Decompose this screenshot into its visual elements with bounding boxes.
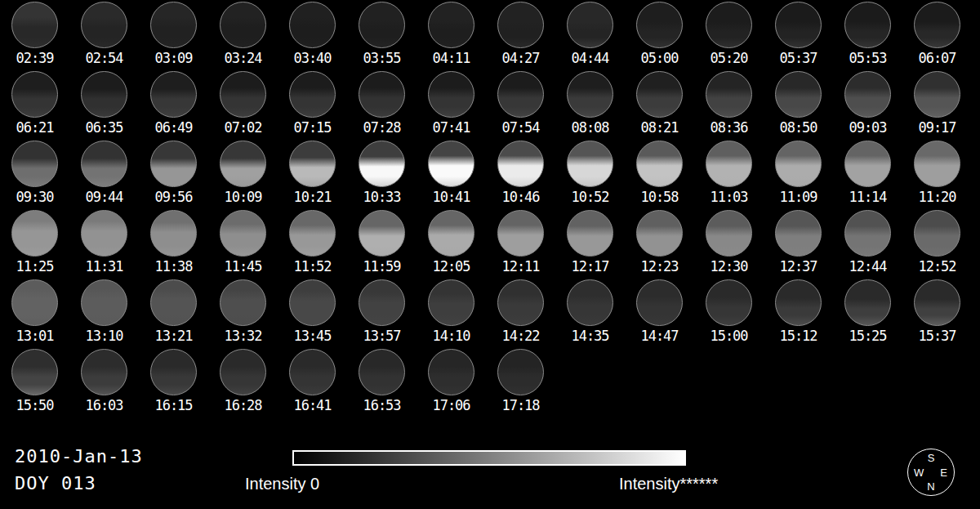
- frame-cell: 03:40: [278, 2, 347, 65]
- allsky-disk: [636, 71, 683, 118]
- allsky-disk: [844, 2, 891, 48]
- frame-time-label: 02:54: [85, 51, 122, 65]
- allsky-disk: [81, 2, 127, 48]
- allsky-disk: [11, 71, 58, 118]
- frame-cell: 06:21: [0, 71, 69, 135]
- allsky-disk: [220, 210, 266, 257]
- allsky-disk: [428, 71, 474, 118]
- allsky-disk: [844, 71, 891, 118]
- frame-cell: 09:30: [0, 141, 69, 204]
- frame-cell: 11:09: [764, 141, 833, 204]
- frame-time-label: 04:11: [432, 51, 470, 65]
- frame-cell: 12:37: [764, 210, 833, 274]
- frame-row: 02:3902:5403:0903:2403:4003:5504:1104:27…: [0, 2, 980, 71]
- frame-time-label: 16:53: [363, 398, 400, 413]
- compass-south-label: S: [928, 453, 935, 463]
- allsky-disk: [359, 141, 405, 187]
- frame-cell: 02:54: [69, 2, 139, 65]
- frame-cell: 08:50: [764, 71, 833, 135]
- allsky-disk: [428, 141, 474, 187]
- frame-time-label: 07:02: [224, 120, 261, 135]
- frame-time-label: 04:27: [501, 51, 539, 65]
- frame-cell: 07:15: [278, 71, 347, 135]
- frame-cell: 15:00: [694, 279, 764, 343]
- frame-time-label: 13:57: [363, 328, 400, 343]
- frame-time-label: 08:36: [710, 120, 747, 135]
- frame-cell: 05:37: [764, 2, 833, 65]
- allsky-disk: [428, 210, 474, 257]
- frame-cell: 11:45: [208, 210, 278, 274]
- allsky-disk: [636, 210, 683, 257]
- allsky-disk: [914, 279, 960, 326]
- allsky-disk: [844, 279, 891, 326]
- allsky-disk: [289, 349, 336, 395]
- frame-cell: 17:06: [416, 349, 486, 413]
- frame-time-label: 14:22: [501, 328, 539, 343]
- frame-cell: 15:25: [833, 279, 902, 343]
- frame-time-label: 10:33: [363, 190, 400, 204]
- frame-time-label: 11:25: [16, 259, 53, 274]
- frame-time-label: 09:56: [154, 190, 192, 204]
- frame-cell: 12:17: [555, 210, 625, 274]
- colorbar-min-label: Intensity 0: [245, 475, 319, 493]
- allsky-disk: [775, 279, 822, 326]
- colorbar-gradient: [294, 452, 684, 464]
- frame-cell: 12:44: [833, 210, 902, 274]
- allsky-disk: [636, 279, 683, 326]
- allsky-disk: [11, 210, 58, 257]
- allsky-disk: [706, 2, 752, 48]
- frame-cell: 16:03: [69, 349, 139, 413]
- frame-time-label: 07:15: [293, 120, 331, 135]
- frame-cell: 05:53: [833, 2, 902, 65]
- frame-cell: 08:36: [694, 71, 764, 135]
- frame-time-label: 06:35: [85, 120, 122, 135]
- frame-cell: 04:44: [555, 2, 625, 65]
- frame-cell: 10:33: [347, 141, 416, 204]
- compass-rose: S E N W: [907, 449, 955, 496]
- frame-cell: 17:18: [486, 349, 555, 413]
- frame-cell: 14:10: [416, 279, 486, 343]
- frame-time-label: 13:01: [16, 328, 53, 343]
- frame-cell: 09:03: [833, 71, 902, 135]
- frame-time-label: 08:21: [640, 120, 678, 135]
- frame-cell: 12:30: [694, 210, 764, 274]
- allsky-disk: [289, 141, 336, 187]
- frame-time-label: 07:54: [501, 120, 539, 135]
- frame-cell: 08:21: [625, 71, 694, 135]
- frame-time-label: 11:03: [710, 190, 747, 204]
- frame-cell: 11:52: [278, 210, 347, 274]
- frame-cell: 06:49: [139, 71, 208, 135]
- allsky-disk: [497, 71, 544, 118]
- frame-time-label: 05:20: [710, 51, 747, 65]
- allsky-disk: [81, 141, 127, 187]
- frame-cell: 03:09: [139, 2, 208, 65]
- frame-cell: 16:15: [139, 349, 208, 413]
- allsky-disk: [428, 279, 474, 326]
- frame-time-label: 15:25: [849, 328, 886, 343]
- intensity-colorbar: [292, 450, 686, 466]
- frame-row: 13:0113:1013:2113:3213:4513:5714:1014:22…: [0, 279, 980, 349]
- allsky-disk: [81, 349, 127, 395]
- frame-time-label: 10:21: [293, 190, 331, 204]
- frame-row: 11:2511:3111:3811:4511:5211:5912:0512:11…: [0, 210, 980, 279]
- frame-time-label: 05:37: [779, 51, 817, 65]
- frame-time-label: 13:21: [154, 328, 192, 343]
- frame-time-label: 17:06: [432, 398, 470, 413]
- date-label: 2010-Jan-13: [15, 446, 143, 467]
- frame-time-label: 12:11: [501, 259, 539, 274]
- allsky-disk: [706, 141, 752, 187]
- allsky-disk: [289, 2, 336, 48]
- allsky-disk: [220, 279, 266, 326]
- frame-cell: 07:41: [416, 71, 486, 135]
- frame-cell: 11:20: [902, 141, 972, 204]
- allsky-disk: [11, 279, 58, 326]
- allsky-disk: [497, 2, 544, 48]
- frame-time-label: 07:28: [363, 120, 400, 135]
- allsky-disk: [359, 349, 405, 395]
- frame-time-label: 12:52: [918, 259, 956, 274]
- frame-cell: 05:00: [625, 2, 694, 65]
- frame-time-label: 05:53: [849, 51, 886, 65]
- frame-grid: 02:3902:5403:0903:2403:4003:5504:1104:27…: [0, 2, 980, 418]
- frame-time-label: 09:44: [85, 190, 122, 204]
- frame-cell: 11:03: [694, 141, 764, 204]
